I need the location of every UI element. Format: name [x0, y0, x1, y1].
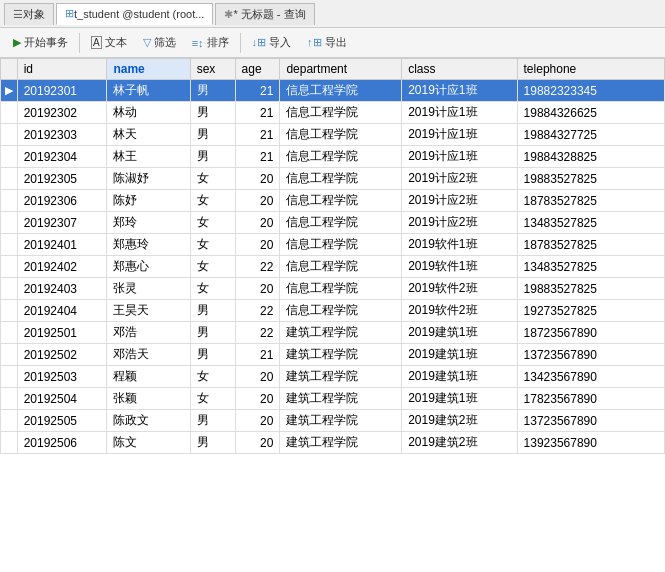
cell-name: 陈政文: [107, 410, 190, 432]
table-row[interactable]: 20192504张颖女20建筑工程学院2019建筑1班17823567890: [1, 388, 665, 410]
table-row[interactable]: 20192305陈淑妤女20信息工程学院2019计应2班19883527825: [1, 168, 665, 190]
cell-telephone: 19884328825: [517, 146, 664, 168]
cell-id: 20192303: [17, 124, 107, 146]
cell-id: 20192504: [17, 388, 107, 410]
tab-object[interactable]: ☰ 对象: [4, 3, 54, 25]
tab-student[interactable]: ⊞ t_student @student (root...: [56, 3, 213, 25]
cell-department: 信息工程学院: [280, 234, 402, 256]
row-indicator: [1, 190, 18, 212]
cell-age: 20: [235, 168, 280, 190]
sort-button[interactable]: ≡↕ 排序: [185, 32, 236, 54]
cell-age: 20: [235, 234, 280, 256]
text-button[interactable]: A 文本: [84, 32, 134, 54]
cell-age: 21: [235, 80, 280, 102]
cell-telephone: 13423567890: [517, 366, 664, 388]
table-header-row: id name sex age department class telepho…: [1, 59, 665, 80]
table-row[interactable]: 20192502邓浩天男21建筑工程学院2019建筑1班13723567890: [1, 344, 665, 366]
table-row[interactable]: 20192401郑惠玲女20信息工程学院2019软件1班18783527825: [1, 234, 665, 256]
cell-sex: 男: [190, 102, 235, 124]
table-row[interactable]: 20192403张灵女20信息工程学院2019软件2班19883527825: [1, 278, 665, 300]
col-header-department[interactable]: department: [280, 59, 402, 80]
cell-sex: 男: [190, 124, 235, 146]
sort-label: 排序: [207, 35, 229, 50]
cell-class: 2019建筑2班: [402, 410, 517, 432]
cell-class: 2019软件2班: [402, 300, 517, 322]
cell-department: 信息工程学院: [280, 212, 402, 234]
table-row[interactable]: 20192307郑玲女20信息工程学院2019计应2班13483527825: [1, 212, 665, 234]
table-row[interactable]: 20192303林天男21信息工程学院2019计应1班19884327725: [1, 124, 665, 146]
cell-class: 2019建筑1班: [402, 344, 517, 366]
tab-query-label: * 无标题 - 查询: [233, 7, 305, 22]
filter-button[interactable]: ▽ 筛选: [136, 32, 183, 54]
cell-name: 程颖: [107, 366, 190, 388]
table-row[interactable]: 20192304林王男21信息工程学院2019计应1班19884328825: [1, 146, 665, 168]
col-header-id[interactable]: id: [17, 59, 107, 80]
cell-class: 2019软件2班: [402, 278, 517, 300]
import-button[interactable]: ↓⊞ 导入: [245, 32, 299, 54]
table-row[interactable]: 20192505陈政文男20建筑工程学院2019建筑2班13723567890: [1, 410, 665, 432]
cell-id: 20192502: [17, 344, 107, 366]
table-row[interactable]: ▶20192301林子帆男21信息工程学院2019计应1班19882323345: [1, 80, 665, 102]
object-icon: ☰: [13, 8, 23, 21]
cell-sex: 男: [190, 344, 235, 366]
col-header-telephone[interactable]: telephone: [517, 59, 664, 80]
cell-name: 林动: [107, 102, 190, 124]
cell-id: 20192506: [17, 432, 107, 454]
table-row[interactable]: 20192503程颖女20建筑工程学院2019建筑1班13423567890: [1, 366, 665, 388]
row-indicator: [1, 102, 18, 124]
col-header-age[interactable]: age: [235, 59, 280, 80]
cell-name: 陈妤: [107, 190, 190, 212]
cell-class: 2019建筑1班: [402, 366, 517, 388]
table-row[interactable]: 20192306陈妤女20信息工程学院2019计应2班18783527825: [1, 190, 665, 212]
cell-id: 20192505: [17, 410, 107, 432]
cell-class: 2019计应1班: [402, 102, 517, 124]
cell-sex: 女: [190, 366, 235, 388]
table-row[interactable]: 20192404王昊天男22信息工程学院2019软件2班19273527825: [1, 300, 665, 322]
cell-class: 2019计应2班: [402, 168, 517, 190]
cell-class: 2019建筑2班: [402, 432, 517, 454]
cell-department: 信息工程学院: [280, 278, 402, 300]
cell-id: 20192307: [17, 212, 107, 234]
data-table: id name sex age department class telepho…: [0, 58, 665, 454]
cell-class: 2019计应1班: [402, 124, 517, 146]
cell-sex: 女: [190, 388, 235, 410]
cell-sex: 男: [190, 80, 235, 102]
tab-query[interactable]: ✱ * 无标题 - 查询: [215, 3, 314, 25]
cell-sex: 女: [190, 234, 235, 256]
cell-sex: 男: [190, 410, 235, 432]
table-row[interactable]: 20192402郑惠心女22信息工程学院2019软件1班13483527825: [1, 256, 665, 278]
table-row[interactable]: 20192506陈文男20建筑工程学院2019建筑2班13923567890: [1, 432, 665, 454]
table-container[interactable]: id name sex age department class telepho…: [0, 58, 665, 572]
separator-2: [240, 33, 241, 53]
cell-sex: 女: [190, 168, 235, 190]
table-row[interactable]: 20192302林动男21信息工程学院2019计应1班19884326625: [1, 102, 665, 124]
cell-sex: 女: [190, 190, 235, 212]
cell-class: 2019软件1班: [402, 234, 517, 256]
toolbar: ▶ 开始事务 A 文本 ▽ 筛选 ≡↕ 排序 ↓⊞ 导入 ↑⊞ 导出: [0, 28, 665, 58]
cell-name: 郑惠玲: [107, 234, 190, 256]
cell-telephone: 13923567890: [517, 432, 664, 454]
col-header-class[interactable]: class: [402, 59, 517, 80]
cell-name: 林天: [107, 124, 190, 146]
cell-class: 2019建筑1班: [402, 322, 517, 344]
cell-name: 邓浩: [107, 322, 190, 344]
row-indicator: ▶: [1, 80, 18, 102]
cell-id: 20192305: [17, 168, 107, 190]
cell-telephone: 13723567890: [517, 344, 664, 366]
cell-telephone: 19883527825: [517, 168, 664, 190]
start-transaction-button[interactable]: ▶ 开始事务: [6, 32, 75, 54]
sort-icon: ≡↕: [192, 37, 204, 49]
cell-telephone: 19883527825: [517, 278, 664, 300]
col-header-name[interactable]: name: [107, 59, 190, 80]
export-button[interactable]: ↑⊞ 导出: [300, 32, 354, 54]
filter-icon: ▽: [143, 36, 151, 49]
row-indicator: [1, 212, 18, 234]
tab-student-label: t_student @student (root...: [74, 8, 204, 20]
cell-department: 信息工程学院: [280, 256, 402, 278]
cell-telephone: 19273527825: [517, 300, 664, 322]
table-row[interactable]: 20192501邓浩男22建筑工程学院2019建筑1班18723567890: [1, 322, 665, 344]
col-header-sex[interactable]: sex: [190, 59, 235, 80]
cell-id: 20192306: [17, 190, 107, 212]
cell-age: 20: [235, 410, 280, 432]
row-indicator: [1, 388, 18, 410]
